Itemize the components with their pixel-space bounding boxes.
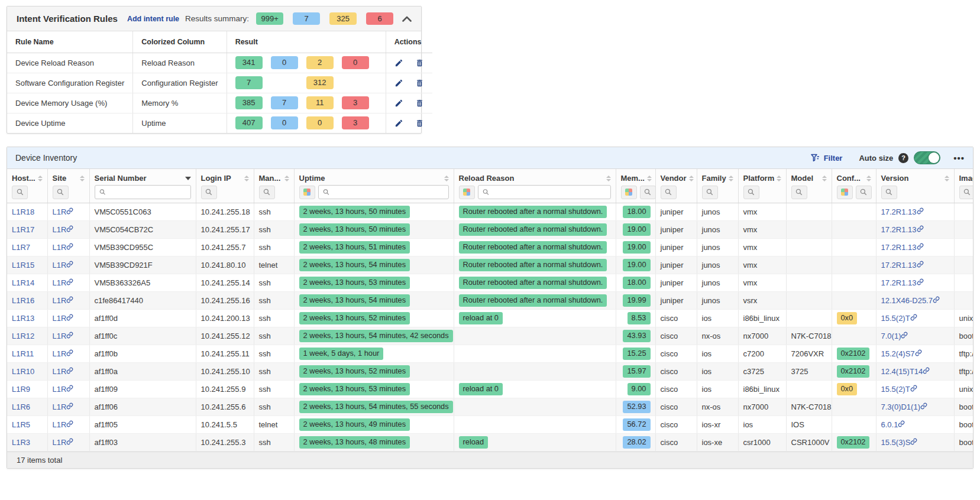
result-badge-red[interactable]: 0 <box>342 56 369 69</box>
search-button-family[interactable] <box>702 186 718 199</box>
site-link[interactable]: L1R <box>53 332 74 340</box>
column-header-platform[interactable]: Platform <box>738 169 786 185</box>
colorize-button-uptime[interactable] <box>299 186 315 199</box>
column-header-host[interactable]: Host... <box>7 169 47 185</box>
edit-rule-button[interactable] <box>394 99 403 108</box>
result-badge-blue[interactable]: 0 <box>271 116 298 129</box>
autosize-toggle[interactable] <box>914 151 940 164</box>
version-link[interactable]: 17.2R1.13 <box>881 278 924 287</box>
search-input-reload-reason[interactable] <box>492 187 606 197</box>
site-link[interactable]: L1R <box>53 385 74 394</box>
hostname-link[interactable]: L1R12 <box>12 332 34 340</box>
column-header-version[interactable]: Version <box>876 169 954 185</box>
site-link[interactable]: L1R <box>53 296 74 305</box>
version-link[interactable]: 12.1X46-D25.7 <box>881 296 940 305</box>
hostname-link[interactable]: L1R13 <box>12 314 34 323</box>
filter-button[interactable]: Filter <box>807 153 846 163</box>
result-badge-green[interactable]: 341 <box>235 56 263 69</box>
site-link[interactable]: L1R <box>53 207 74 216</box>
version-link[interactable]: 17.2R1.13 <box>881 225 924 234</box>
column-header-image[interactable]: Image <box>954 169 973 185</box>
hostname-link[interactable]: L1R3 <box>12 438 30 447</box>
version-link[interactable]: 15.5(2)T <box>881 314 917 323</box>
search-input-uptime[interactable] <box>332 187 444 197</box>
search-button-platform[interactable] <box>743 186 759 199</box>
result-badge-green[interactable]: 7 <box>235 76 263 89</box>
hostname-link[interactable]: L1R9 <box>12 385 30 394</box>
delete-rule-button[interactable] <box>415 119 424 128</box>
result-badge-yellow[interactable]: 2 <box>306 56 334 69</box>
site-link[interactable]: L1R <box>53 438 74 447</box>
column-header-serial-number[interactable]: Serial Number <box>89 169 196 185</box>
delete-rule-button[interactable] <box>415 59 424 67</box>
column-header-conf[interactable]: Conf... <box>832 169 876 185</box>
search-button-mem[interactable] <box>640 186 656 199</box>
column-header-site[interactable]: Site <box>47 169 89 185</box>
hostname-link[interactable]: L1R11 <box>12 349 34 358</box>
version-link[interactable]: 15.5(2)T <box>881 385 917 394</box>
hostname-link[interactable]: L1R17 <box>12 225 34 234</box>
hostname-link[interactable]: L1R18 <box>12 207 34 216</box>
site-link[interactable]: L1R <box>53 278 74 287</box>
hostname-link[interactable]: L1R6 <box>12 402 30 411</box>
result-badge-blue[interactable]: 7 <box>271 96 298 109</box>
search-button-conf[interactable] <box>856 186 872 199</box>
site-link[interactable]: L1R <box>53 225 74 234</box>
search-button-version[interactable] <box>881 186 897 199</box>
column-header-login-ip[interactable]: Login IP <box>196 169 254 185</box>
version-link[interactable]: 17.2R1.13 <box>881 261 924 270</box>
search-button-vendor[interactable] <box>661 186 677 199</box>
search-button-site[interactable] <box>53 186 69 199</box>
result-badge-yellow[interactable]: 312 <box>306 76 334 89</box>
result-badge-red[interactable]: 3 <box>342 96 369 109</box>
colorize-button-reload-reason[interactable] <box>459 186 475 199</box>
site-link[interactable]: L1R <box>53 314 74 323</box>
site-link[interactable]: L1R <box>53 420 74 429</box>
version-link[interactable]: 17.2R1.13 <box>881 207 924 216</box>
version-link[interactable]: 7.3(0)D1(1) <box>881 402 927 411</box>
hostname-link[interactable]: L1R14 <box>12 278 34 287</box>
delete-rule-button[interactable] <box>415 99 424 108</box>
site-link[interactable]: L1R <box>53 243 74 252</box>
more-options-icon[interactable]: ••• <box>953 153 965 163</box>
hostname-link[interactable]: L1R7 <box>12 243 30 252</box>
version-link[interactable]: 17.2R1.13 <box>881 243 924 252</box>
collapse-panel-button[interactable] <box>402 16 412 22</box>
result-badge-red[interactable]: 3 <box>342 116 369 129</box>
column-header-reload-reason[interactable]: Reload Reason <box>454 169 616 185</box>
result-badge-green[interactable]: 385 <box>235 96 263 109</box>
edit-rule-button[interactable] <box>394 59 403 67</box>
version-link[interactable]: 15.2(4)S7 <box>881 349 922 358</box>
hostname-link[interactable]: L1R15 <box>12 261 34 270</box>
version-link[interactable]: 12.4(15)T14 <box>881 367 930 376</box>
colorize-button-conf[interactable] <box>837 186 853 199</box>
version-link[interactable]: 7.0(1) <box>881 332 908 340</box>
add-intent-rule-link[interactable]: Add intent rule <box>127 15 179 23</box>
column-header-family[interactable]: Family <box>697 169 738 185</box>
hostname-link[interactable]: L1R16 <box>12 296 34 305</box>
edit-rule-button[interactable] <box>394 79 403 87</box>
search-input-serial-number[interactable] <box>108 187 186 197</box>
result-badge-green[interactable]: 407 <box>235 116 263 129</box>
column-header-mem[interactable]: Mem... <box>616 169 655 185</box>
hostname-link[interactable]: L1R5 <box>12 420 30 429</box>
column-header-man[interactable]: Man... <box>254 169 294 185</box>
hostname-link[interactable]: L1R10 <box>12 367 34 376</box>
column-header-model[interactable]: Model <box>786 169 832 185</box>
result-badge-yellow[interactable]: 11 <box>306 96 334 109</box>
column-header-vendor[interactable]: Vendor <box>655 169 697 185</box>
help-icon[interactable]: ? <box>898 153 908 163</box>
result-badge-blue[interactable]: 0 <box>271 56 298 69</box>
edit-rule-button[interactable] <box>394 119 403 128</box>
site-link[interactable]: L1R <box>53 349 74 358</box>
result-badge-yellow[interactable]: 0 <box>306 116 334 129</box>
delete-rule-button[interactable] <box>415 79 424 87</box>
colorize-button-mem[interactable] <box>621 186 637 199</box>
site-link[interactable]: L1R <box>53 402 74 411</box>
version-link[interactable]: 15.5(3)S <box>881 438 918 447</box>
search-button-image[interactable] <box>959 186 973 199</box>
site-link[interactable]: L1R <box>53 261 74 270</box>
version-link[interactable]: 6.0.1 <box>881 420 905 429</box>
site-link[interactable]: L1R <box>53 367 74 376</box>
search-button-login-ip[interactable] <box>201 186 217 199</box>
